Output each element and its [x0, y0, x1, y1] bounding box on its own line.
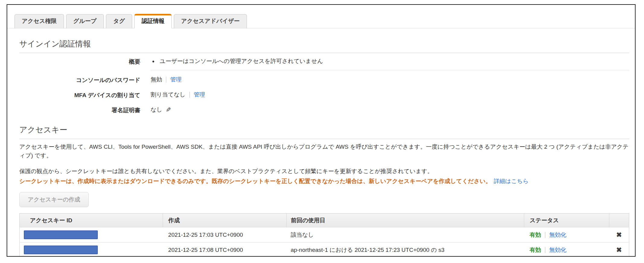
- mfa-label: MFA デバイスの割り当て: [19, 91, 140, 99]
- table-row: 2021-12-25 17:08 UTC+0900 ap-northeast-1…: [20, 242, 629, 257]
- status-badge: 有効: [530, 232, 541, 238]
- table-row: 2021-12-25 17:03 UTC+0900 該当なし 有効無効化 ✖: [20, 227, 629, 242]
- last-used-cell: ap-northeast-1 における 2021-12-25 17:23 UTC…: [286, 242, 524, 257]
- signin-credentials-title: サインイン認証情報: [19, 39, 629, 49]
- separator: [166, 77, 166, 83]
- summary-label: 概要: [19, 57, 140, 66]
- secret-key-warning-text: シークレットキーは、作成時に表示またはダウンロードできるのみです。既存のシークレ…: [19, 178, 491, 184]
- console-password-value: 無効: [151, 76, 162, 83]
- header-access-key-id: アクセスキー ID: [20, 214, 163, 227]
- access-keys-advice: 保護の観点から、シークレットキーは誰とも共有しないでください。また、業界のベスト…: [19, 167, 629, 176]
- deactivate-link[interactable]: 無効化: [549, 232, 566, 238]
- tab-access-advisor[interactable]: アクセスアドバイザー: [174, 14, 247, 28]
- mfa-row: MFA デバイスの割り当て 割り当てなし管理: [19, 91, 629, 99]
- header-actions: [609, 214, 629, 227]
- console-password-label: コンソールのパスワード: [19, 76, 140, 84]
- access-keys-table: アクセスキー ID 作成 前回の使用日 ステータス 2021-12-25 17:…: [19, 213, 629, 257]
- access-keys-description: アクセスキーを使用して、AWS CLI、Tools for PowerShell…: [19, 143, 629, 160]
- separator: [545, 247, 545, 253]
- deactivate-link[interactable]: 無効化: [549, 247, 566, 253]
- access-key-id-redacted: [24, 246, 98, 254]
- summary-row: 概要 ユーザーはコンソールへの管理アクセスを許可されていません: [19, 57, 629, 70]
- separator: [190, 92, 190, 98]
- created-cell: 2021-12-25 17:03 UTC+0900: [163, 227, 286, 242]
- section-divider: [19, 139, 629, 139]
- header-last-used: 前回の使用日: [286, 214, 524, 227]
- separator: [545, 232, 545, 238]
- header-created: 作成: [163, 214, 286, 227]
- tab-content: サインイン認証情報 概要 ユーザーはコンソールへの管理アクセスを許可されていませ…: [7, 39, 635, 257]
- created-cell: 2021-12-25 17:08 UTC+0900: [163, 242, 286, 257]
- access-keys-title: アクセスキー: [19, 125, 629, 135]
- summary-bullet-item: ユーザーはコンソールへの管理アクセスを許可されていません: [158, 57, 629, 65]
- access-key-id-redacted: [24, 230, 98, 239]
- signing-cert-label: 署名証明書: [19, 106, 140, 114]
- tab-access-permissions[interactable]: アクセス権限: [14, 14, 64, 28]
- delete-icon[interactable]: ✖: [616, 231, 622, 239]
- tab-bar: アクセス権限 グループ タグ 認証情報 アクセスアドバイザー: [7, 14, 635, 28]
- section-divider: [19, 53, 629, 53]
- tab-groups[interactable]: グループ: [66, 14, 104, 28]
- credentials-panel: アクセス権限 グループ タグ 認証情報 アクセスアドバイザー サインイン認証情報…: [7, 4, 636, 257]
- mfa-value: 割り当てなし: [151, 91, 186, 98]
- signing-cert-row: 署名証明書 なし✎: [19, 106, 629, 114]
- learn-more-link[interactable]: 詳細はこちら: [494, 178, 529, 184]
- signing-cert-value: なし: [151, 106, 162, 113]
- status-badge: 有効: [530, 247, 541, 253]
- manage-mfa-link[interactable]: 管理: [194, 91, 205, 98]
- delete-icon[interactable]: ✖: [616, 246, 622, 254]
- manage-console-password-link[interactable]: 管理: [170, 76, 182, 83]
- tab-security-credentials[interactable]: 認証情報: [134, 14, 172, 28]
- summary-value: ユーザーはコンソールへの管理アクセスを許可されていません: [151, 57, 629, 70]
- header-status: ステータス: [524, 214, 609, 227]
- tab-tags[interactable]: タグ: [106, 14, 132, 28]
- edit-icon[interactable]: ✎: [164, 107, 172, 112]
- secret-key-warning: シークレットキーは、作成時に表示またはダウンロードできるのみです。既存のシークレ…: [19, 177, 629, 186]
- last-used-cell: 該当なし: [286, 227, 524, 242]
- table-header-row: アクセスキー ID 作成 前回の使用日 ステータス: [20, 214, 629, 227]
- create-access-key-button[interactable]: アクセスキーの作成: [19, 192, 89, 207]
- console-password-row: コンソールのパスワード 無効管理: [19, 76, 629, 84]
